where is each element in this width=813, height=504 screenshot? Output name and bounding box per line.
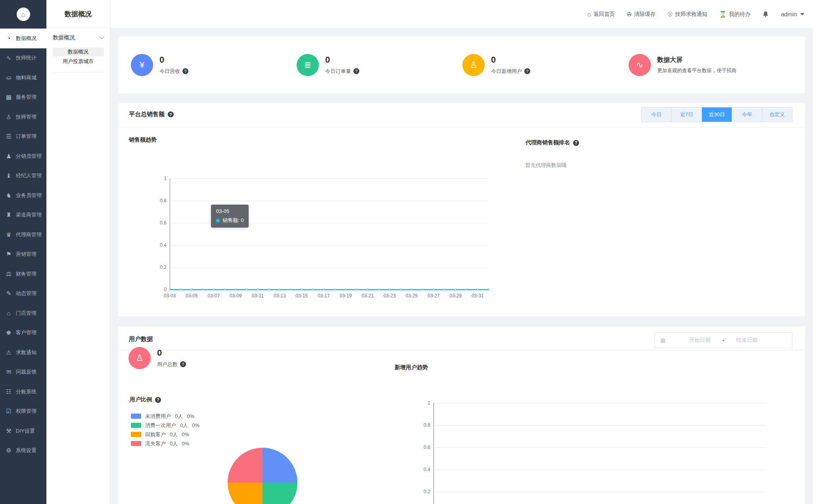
notification-bell-icon[interactable] [762, 10, 769, 18]
data-point [213, 289, 215, 291]
sidebar-item-broker[interactable]: ♝经纪人管理 [0, 166, 46, 186]
sidebar-item-label: 物料商城 [16, 74, 36, 81]
sidebar-item-label: 分账系统 [16, 388, 36, 395]
data-point [477, 289, 479, 291]
home-icon: ⌂ [587, 11, 591, 17]
data-point [169, 289, 171, 291]
sidebar-item-label: 业务员管理 [16, 192, 42, 199]
x-axis-tick-label: 03-15 [295, 293, 308, 299]
header-link-clear-cache[interactable]: ✇清除缓存 [627, 11, 656, 18]
sidebar-item-feed[interactable]: ✎动态管理 [0, 284, 46, 304]
app-logo[interactable]: ⌂ [0, 0, 46, 29]
submenu-item[interactable]: 用户投票城市 [52, 57, 104, 66]
new-users-trend-chart[interactable]: 0.20.40.60.81 [433, 403, 765, 504]
chart-tooltip: 03-05 销售额: 0 [211, 205, 249, 228]
sidebar-item-agent[interactable]: ♛代理商管理 [0, 225, 46, 245]
sidebar-item-order-list[interactable]: ☰订单管理 [0, 127, 46, 147]
legend-swatch-icon[interactable] [131, 423, 141, 428]
home-logo-icon: ⌂ [17, 8, 30, 21]
sidebar-item-service-calendar[interactable]: ▦服务管理 [0, 88, 46, 107]
help-icon[interactable]: ? [573, 140, 579, 146]
stats-card: ¥0今日营收?≣0今日订单量?♙0今日新增用户?∿数据大屏更加直观的查看平台数据… [118, 36, 805, 94]
distributor-icon: ♟ [5, 153, 12, 160]
sidebar-item-distributor[interactable]: ♟分销员管理 [0, 146, 46, 166]
sidebar-item-ledger[interactable]: ☷分账系统 [0, 382, 46, 402]
stat-text: 0今日营收? [159, 55, 188, 75]
legend-swatch-icon[interactable] [131, 441, 141, 446]
tab-近30日[interactable]: 近30日 [702, 107, 732, 122]
tab-今日[interactable]: 今日 [641, 107, 671, 122]
help-icon[interactable]: ? [182, 68, 188, 74]
start-date-input[interactable]: 开始日期 [689, 337, 711, 344]
sales-trend-chart[interactable]: 00.20.40.60.8103-0303-0503-0703-0903-110… [170, 178, 489, 289]
header-link-todo-hourglass[interactable]: ⌛我的待办 [719, 11, 750, 18]
help-icon[interactable]: ? [168, 111, 174, 117]
y-axis-tick-label: 0.6 [153, 220, 167, 226]
stat-label-row: 今日订单量? [325, 68, 359, 75]
sidebar-item-salesman[interactable]: ♞业务员管理 [0, 186, 46, 205]
data-point [466, 289, 468, 291]
x-axis-tick-label: 03-03 [164, 293, 176, 299]
sidebar-item-label: 代理商管理 [16, 231, 42, 238]
tab-近7日[interactable]: 近7日 [671, 107, 702, 122]
sidebar-item-settings-gear[interactable]: ⚙系统设置 [0, 441, 46, 461]
data-screen-link[interactable]: ∿数据大屏更加直观的查看平台数据，便于招商 [629, 36, 736, 94]
sidebar-item-label: 动态管理 [16, 290, 36, 297]
sidebar-item-technician[interactable]: ♙技师管理 [0, 107, 46, 127]
sidebar-item-marketing[interactable]: ⚑营销管理 [0, 245, 46, 264]
ledger-icon: ☷ [5, 388, 12, 395]
sidebar-item-permission[interactable]: ☑权限管理 [0, 402, 46, 422]
tab-自定义[interactable]: 自定义 [762, 107, 792, 122]
legend-swatch-icon[interactable] [131, 432, 141, 437]
sidebar-item-store[interactable]: ⌂门店管理 [0, 303, 46, 323]
total-users-value: 0 [157, 348, 186, 358]
help-icon[interactable]: ? [155, 397, 161, 403]
submenu-group-data-overview[interactable]: 数据概况 [46, 28, 110, 47]
help-icon[interactable]: ? [524, 68, 530, 74]
sidebar-item-label: 技师管理 [16, 113, 36, 121]
tab-今年[interactable]: 今年 [732, 107, 762, 122]
money-bag-icon: ¥ [131, 54, 153, 76]
sidebar-item-label: 系统设置 [16, 447, 36, 454]
legend-swatch-icon[interactable] [131, 414, 141, 419]
gridline [170, 267, 489, 268]
help-icon[interactable]: ? [353, 68, 359, 74]
sidebar-item-diy[interactable]: ⚒DIY设置 [0, 421, 46, 441]
store-icon: ⌂ [5, 310, 12, 316]
sidebar-menu: ◔数据概况∿技师统计⛀物料商城▦服务管理♙技师管理☰订单管理♟分销员管理♝经纪人… [0, 29, 46, 460]
sidebar-item-sos-bell[interactable]: ⚠求救通知 [0, 343, 46, 362]
x-axis-tick-label: 03-13 [274, 293, 286, 299]
clipboard-icon: ≣ [297, 54, 319, 76]
sidebar-item-finance[interactable]: ⚖财务管理 [0, 264, 46, 284]
header-link-alarm[interactable]: ☉技师求救通知 [667, 11, 707, 18]
end-date-input[interactable]: 结束日期 [736, 337, 757, 344]
legend-count: 0人 [170, 440, 178, 447]
user-menu[interactable]: admin [781, 11, 804, 17]
sidebar-item-label: 经纪人管理 [16, 172, 42, 179]
data-point [246, 289, 248, 291]
sidebar-item-channel[interactable]: ♜渠道商管理 [0, 205, 46, 225]
top-header: ⌂返回首页✇清除缓存☉技师求救通知⌛我的待办 admin [46, 0, 813, 28]
sidebar-item-feedback[interactable]: ✉问题反馈 [0, 362, 46, 382]
agent-ranking-title-text: 代理商销售额排名 [525, 139, 570, 146]
sales-section-title-text: 平台总销售额 [129, 111, 165, 118]
submenu-panel: 数据概况 数据概况 数据概况用户投票城市 [46, 0, 110, 504]
agent-ranking-empty-text: 暂无代理商数据哦 [525, 162, 567, 169]
help-icon[interactable]: ? [180, 361, 186, 367]
y-axis-tick-label: 1 [153, 176, 167, 181]
sidebar-item-customer[interactable]: ♚客户管理 [0, 323, 46, 343]
sidebar-item-bar-chart[interactable]: ∿技师统计 [0, 48, 46, 68]
diy-icon: ⚒ [5, 427, 12, 435]
gridline [170, 201, 489, 201]
legend-count: 0人 [170, 431, 178, 438]
stat-value: 0 [159, 55, 188, 65]
submenu-item[interactable]: 数据概况 [52, 48, 104, 56]
date-range-picker[interactable]: ▦ 开始日期 - 结束日期 [654, 332, 792, 348]
header-link-home[interactable]: ⌂返回首页 [587, 11, 615, 18]
legend-label: 流失客户 [145, 440, 166, 447]
x-axis-tick-label: 03-29 [449, 293, 462, 299]
caret-down-icon [800, 13, 804, 17]
sidebar-item-pie-chart[interactable]: ◔数据概况 [0, 29, 46, 48]
user-ratio-pie-chart[interactable] [228, 448, 297, 504]
sidebar-item-shopping-bag[interactable]: ⛀物料商城 [0, 68, 46, 88]
